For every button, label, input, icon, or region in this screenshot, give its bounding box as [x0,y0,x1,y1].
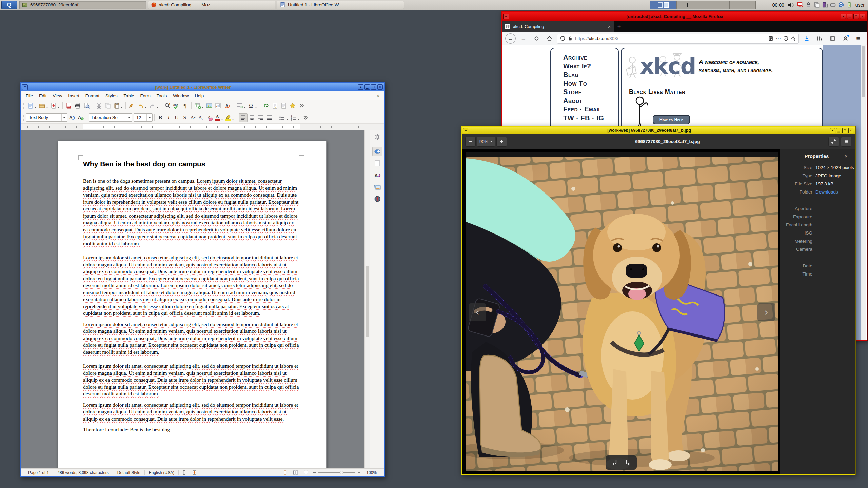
spelling-button[interactable]: abc [172,101,181,110]
disk-icon[interactable] [830,2,836,8]
menu-table[interactable]: Table [120,92,137,99]
window-menu-icon[interactable]: ≡ [503,14,509,19]
dropdown-caret-icon[interactable] [35,107,37,108]
paragraph-style-select[interactable]: Text Body [26,113,67,122]
find-replace-button[interactable] [163,101,172,110]
maximize-button[interactable]: □ [842,128,847,133]
hyperlink-button[interactable] [262,101,271,110]
account-button[interactable] [840,34,850,44]
reader-mode-icon[interactable] [768,36,773,41]
align-left-button[interactable] [239,113,248,122]
horizontal-ruler[interactable] [21,124,384,130]
close-button[interactable]: × [848,128,853,133]
window-menu-icon[interactable]: ≡ [463,128,468,133]
library-button[interactable] [814,34,825,44]
page-scrollbar[interactable] [861,45,866,340]
clear-formatting-button[interactable]: A [205,113,213,122]
multi-page-view-button[interactable] [290,470,301,475]
paste-button[interactable] [112,101,121,110]
qubes-menu-button[interactable]: Q [1,1,17,9]
document-page[interactable]: Why Ben is the best dog on campus Ben is… [58,141,327,468]
taskbar-window-button[interactable]: xkcd: Compiling ___ Moz... [148,1,275,9]
zoom-in-button[interactable] [496,137,507,147]
dropdown-caret-icon[interactable] [202,107,204,108]
menu-file[interactable]: File [23,92,36,99]
firefox-titlebar[interactable]: ≡ [untrusted] xkcd: Compiling __ Mozilla… [502,12,867,21]
insert-image-button[interactable] [205,101,214,110]
tab-close-icon[interactable]: × [608,24,611,29]
close-icon[interactable]: × [845,153,850,159]
page-actions-icon[interactable]: ⋯ [776,36,781,42]
menu-styles[interactable]: Styles [102,92,120,99]
previous-image-button[interactable]: ‹ [469,303,486,321]
print-button[interactable] [73,101,82,110]
rotate-right-icon[interactable] [624,459,631,466]
single-page-view-button[interactable] [280,470,290,475]
close-button[interactable]: × [860,14,865,19]
dropdown-caret-icon[interactable] [145,107,147,108]
taskbar-window-button[interactable]: 6968727080_29ecef8af... [19,1,146,9]
font-name-select[interactable]: Liberation Se [89,113,132,122]
workspace-2[interactable] [676,1,703,9]
save-button[interactable] [49,101,58,110]
shade-button[interactable]: ▲ [830,128,835,133]
url-bar[interactable]: https://xkcd.com/303/ ⋯ [557,34,799,44]
xkcd-logo[interactable]: xkcd [626,50,697,88]
formatting-marks-button[interactable]: ¶ [181,101,190,110]
sidebar-tab-styles[interactable]: A [372,170,382,180]
network-vm-icon[interactable] [797,2,804,8]
new-tab-button[interactable]: + [614,21,625,32]
new-style-button[interactable]: A [76,113,85,122]
close-document-icon[interactable]: × [374,93,382,98]
back-button[interactable]: ← [505,33,516,44]
taskbar-window-button[interactable]: Untitled 1 - LibreOffice W... [277,1,404,9]
qubes-icon[interactable] [838,2,844,8]
speaker-icon[interactable] [787,2,794,8]
insert-field-button[interactable] [235,101,244,110]
menu-window[interactable]: Window [170,92,192,99]
minimize-button[interactable]: ▁ [847,14,852,19]
menu-format[interactable]: Format [82,92,102,99]
sidebar-tab-gallery[interactable] [372,182,382,192]
forward-button[interactable]: → [518,34,529,44]
menu-insert[interactable]: Insert [65,92,82,99]
url-text[interactable]: https://xkcd.com/303/ [575,36,766,41]
downloads-button[interactable] [802,34,812,44]
superscript-button[interactable]: A² [189,113,197,122]
dropdown-caret-icon[interactable] [255,107,257,108]
print-preview-button[interactable] [82,101,91,110]
devices-icon[interactable] [822,2,828,8]
rotate-left-icon[interactable] [611,459,618,466]
fullscreen-button[interactable] [828,137,839,147]
insert-footnote-button[interactable]: 1 [271,101,279,110]
xkcd-nav-archive[interactable]: Archive [563,53,618,62]
keyring-icon[interactable] [805,2,812,8]
insert-textbox-button[interactable]: A [222,101,231,110]
xkcd-nav-what-if-[interactable]: What If? [563,62,618,71]
xkcd-nav-store[interactable]: Store [563,88,618,97]
zoom-level-dropdown[interactable]: 90% [477,137,495,147]
workspace-4[interactable] [729,1,756,9]
font-size-select[interactable]: 12 [134,113,153,122]
document-modified-icon[interactable] [189,470,200,475]
menu-tools[interactable]: Tools [154,92,170,99]
toolbar-overflow-button[interactable] [297,101,306,110]
xkcd-nav-about[interactable]: About [563,97,618,105]
numbered-list-button[interactable]: 123 [289,113,298,122]
update-style-button[interactable]: A [67,113,76,122]
word-count[interactable]: 486 words, 3,098 characters [53,470,113,475]
xkcd-nav-blag[interactable]: Blag [563,70,618,79]
clone-formatting-button[interactable] [127,101,136,110]
pocket-shield-icon[interactable] [783,36,788,41]
cut-button[interactable] [95,101,103,110]
zoom-slider[interactable] [313,471,361,474]
shade-button[interactable]: ▲ [358,84,363,90]
toolbar-overflow-button[interactable] [301,113,310,122]
sidebar-settings-icon[interactable] [372,132,382,142]
dropdown-caret-icon[interactable] [58,107,60,108]
menu-button[interactable]: ≡ [853,34,863,44]
menu-view[interactable]: View [50,92,65,99]
menu-edit[interactable]: Edit [36,92,50,99]
shade-button[interactable]: ▲ [841,14,846,19]
maximize-button[interactable]: □ [371,84,376,90]
